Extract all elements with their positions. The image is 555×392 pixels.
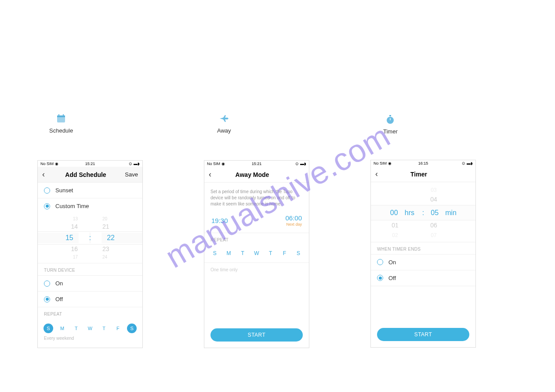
picker-val: 22 [102, 233, 142, 243]
away-icon-group: Away [217, 113, 231, 134]
radio-selected-icon [44, 296, 50, 302]
day-thu[interactable]: T [267, 249, 275, 257]
when-ends-header: WHEN TIMER ENDS [371, 242, 475, 255]
day-fri[interactable]: F [280, 249, 288, 257]
radio-unselected-icon [377, 259, 383, 265]
day-mon[interactable]: M [58, 324, 67, 333]
picker-val: 05 [428, 207, 441, 219]
picker-val: 13 [73, 216, 78, 222]
on-option[interactable]: On [371, 255, 475, 270]
svg-rect-3 [63, 114, 64, 116]
page-title: Away Mode [218, 171, 287, 178]
picker-val: 03 [428, 186, 440, 194]
away-label: Away [217, 127, 231, 134]
wifi-icon: ◉ [221, 162, 225, 166]
on-label: On [55, 280, 63, 287]
statusbar: No SIM◉ 15:21 ⊙▬◗ [38, 161, 142, 167]
picker-val: 16 [71, 245, 78, 254]
back-button[interactable]: ‹ [375, 169, 384, 179]
colon: : [422, 207, 424, 219]
on-option[interactable]: On [38, 276, 142, 291]
day-sun[interactable]: S [44, 324, 53, 333]
svg-rect-5 [389, 115, 391, 116]
battery-icon: ▬◗ [467, 161, 473, 165]
save-button[interactable]: Save [120, 171, 138, 178]
day-fri[interactable]: F [113, 324, 123, 333]
schedule-icon-group: Schedule [49, 113, 73, 134]
picker-val: 21 [102, 222, 109, 231]
statusbar: No SIM◉ 16:15 ⊙▬◗ [371, 160, 475, 166]
day-tue[interactable]: T [239, 249, 247, 257]
navbar: ‹ Add Schedule Save [38, 167, 142, 183]
picker-val: 20 [102, 216, 107, 222]
sunset-option[interactable]: Sunset [38, 183, 142, 198]
back-button[interactable]: ‹ [209, 170, 218, 179]
picker-val: 15 [38, 233, 79, 243]
clock-label: 15:21 [252, 162, 262, 166]
page-title: Add Schedule [51, 171, 120, 178]
off-label: Off [55, 296, 63, 302]
away-time-range[interactable]: 19:30 → 06:00 Next day [204, 212, 309, 233]
picker-val: 02 [389, 231, 401, 240]
away-description: Set a period of time during which the Ta… [204, 183, 309, 212]
picker-val: 06 [428, 220, 440, 231]
next-day-label: Next day [285, 222, 302, 227]
duration-picker[interactable]: 03 04 00 hrs : 05 min 01 06 02 07 [371, 182, 475, 242]
radio-unselected-icon [44, 187, 50, 194]
battery-icon: ▬◗ [300, 162, 306, 166]
end-time: 06:00 [285, 214, 302, 222]
picker-val: 07 [428, 231, 440, 240]
radio-unselected-icon [44, 281, 50, 287]
arrow-icon: → [254, 217, 259, 223]
navbar: ‹ Away Mode [204, 167, 309, 183]
on-label: On [388, 259, 396, 266]
repeat-header: REPEAT [38, 307, 142, 319]
day-wed[interactable]: W [85, 324, 95, 333]
picker-val: 23 [102, 245, 109, 254]
day-thu[interactable]: T [99, 324, 109, 333]
timer-icon-group: Timer [383, 114, 398, 135]
alarm-icon: ⊙ [462, 161, 465, 165]
sunset-label: Sunset [55, 187, 73, 194]
picker-val: 14 [71, 222, 78, 231]
day-tue[interactable]: T [71, 324, 81, 333]
day-selector: S M T W T F S [38, 319, 142, 336]
start-button[interactable]: START [377, 328, 469, 341]
back-button[interactable]: ‹ [42, 170, 51, 179]
day-mon[interactable]: M [225, 249, 233, 257]
day-sat[interactable]: S [294, 249, 302, 257]
day-sat[interactable]: S [127, 324, 137, 333]
repeat-summary: Every weekend [38, 336, 142, 345]
picker-val: 04 [428, 194, 440, 205]
custom-time-option[interactable]: Custom Time [38, 198, 142, 214]
battery-icon: ▬◗ [134, 162, 140, 166]
phone-away: No SIM◉ 15:21 ⊙▬◗ ‹ Away Mode Set a peri… [204, 160, 309, 348]
no-sim-label: No SIM [374, 161, 387, 165]
phone-schedule: No SIM◉ 15:21 ⊙▬◗ ‹ Add Schedule Save Su… [37, 160, 143, 348]
off-option[interactable]: Off [38, 291, 142, 307]
calendar-icon [56, 113, 66, 124]
picker-val: 01 [389, 220, 401, 231]
wifi-icon: ◉ [55, 162, 58, 166]
airplane-icon [219, 113, 229, 124]
no-sim-label: No SIM [40, 162, 54, 166]
day-sun[interactable]: S [211, 249, 219, 257]
day-selector: S M T W T F S [204, 245, 309, 263]
off-label: Off [388, 275, 396, 281]
stopwatch-icon [385, 114, 395, 125]
time-picker[interactable]: 13 20 14 21 15:22 16 23 17 24 [38, 214, 142, 263]
picker-val: 00 [388, 207, 400, 219]
min-label: min [445, 207, 458, 219]
hrs-label: hrs [405, 207, 418, 219]
schedule-label: Schedule [49, 127, 73, 134]
page-title: Timer [384, 171, 453, 178]
turn-device-header: TURN DEVICE [38, 263, 142, 276]
start-button[interactable]: START [210, 328, 303, 342]
alarm-icon: ⊙ [129, 162, 132, 166]
day-wed[interactable]: W [253, 249, 261, 257]
custom-time-label: Custom Time [55, 203, 89, 209]
svg-rect-2 [58, 114, 59, 116]
picker-val: 24 [102, 254, 107, 260]
clock-label: 15:21 [85, 162, 95, 166]
off-option[interactable]: Off [371, 270, 475, 286]
